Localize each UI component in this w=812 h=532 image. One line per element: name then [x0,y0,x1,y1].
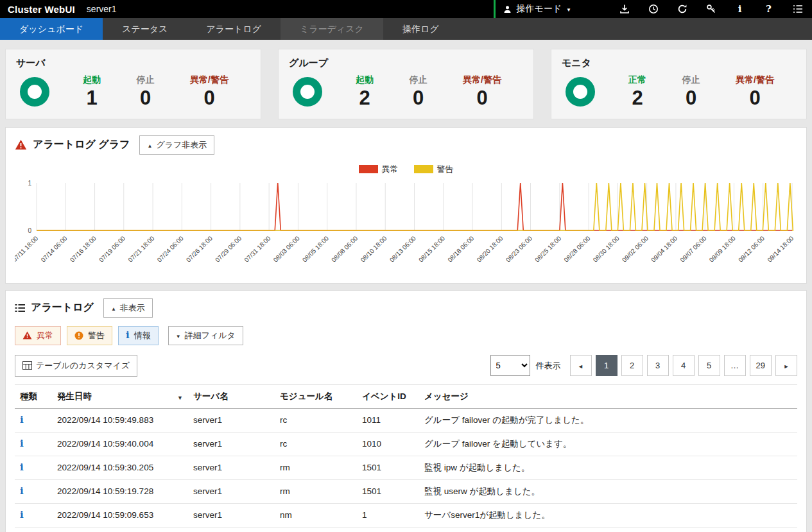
operation-mode-dropdown[interactable]: 操作モード [494,0,580,18]
hide-table-button[interactable]: 非表示 [103,298,153,318]
table-row: i2022/09/14 10:59:30.205server1rm1501監視 … [15,456,797,479]
tab-dashboard[interactable]: ダッシュボード [0,18,103,40]
customize-table-button[interactable]: テーブルのカスタマイズ [15,355,137,377]
row-message[interactable]: 監視 userw が起動しました。 [419,479,797,503]
tab-status[interactable]: ステータス [103,18,187,40]
svg-text:08/20 18:00: 08/20 18:00 [476,234,505,263]
table-toolbar-row: テーブルのカスタマイズ 5 件表示 12345…29 [15,355,797,377]
monitor-summary-card: モニタ 正常 2 停止 0 異常/警告 0 [551,49,807,119]
svg-text:09/09 18:00: 09/09 18:00 [708,234,737,263]
stat-activated: 起動 1 [83,74,101,110]
row-datetime: 2022/09/14 10:59:19.728 [52,479,188,503]
card-title: サーバ [16,57,250,69]
table-row: i2022/09/14 10:59:09.653server1nm1サーバser… [15,503,797,527]
stat-error-warning: 異常/警告 0 [190,74,229,110]
page-button-5[interactable]: 5 [698,355,720,376]
page-size-suffix: 件表示 [536,360,561,372]
card-title: モニタ [562,57,796,69]
pagination-pages: 12345…29 [596,355,772,376]
svg-text:07/19 06:00: 07/19 06:00 [98,234,126,263]
group-status-donut [293,77,322,107]
page-button-3[interactable]: 3 [647,355,669,376]
stat-error-warning: 異常/警告 0 [736,74,774,110]
server-name: server1 [87,4,117,14]
tab-mirror-disk: ミラーディスク [281,18,383,40]
next-page-button[interactable] [775,355,797,376]
svg-text:08/30 18:00: 08/30 18:00 [592,234,621,263]
svg-text:07/26 18:00: 07/26 18:00 [185,234,214,263]
stat-error-warning: 異常/警告 0 [463,74,501,110]
group-summary-card: グループ 起動 2 停止 0 異常/警告 0 [278,49,534,119]
menu-list-icon[interactable] [783,0,812,18]
row-module: rc [275,432,357,456]
svg-text:08/23 06:00: 08/23 06:00 [505,234,533,263]
page-button-4[interactable]: 4 [673,355,695,376]
row-module: rm [275,479,357,503]
svg-text:09/02 06:00: 09/02 06:00 [621,234,650,263]
row-module: rm [275,456,357,479]
page-button-29[interactable]: 29 [750,355,772,376]
chevron-left-icon [578,361,583,370]
hide-graph-button[interactable]: グラフ非表示 [139,135,214,155]
refresh-icon[interactable] [668,0,696,18]
tab-operation-log[interactable]: 操作ログ [383,18,458,40]
svg-text:07/14 06:00: 07/14 06:00 [40,234,69,263]
detail-filter-button[interactable]: 詳細フィルタ [168,326,243,345]
alert-log-title: アラートログ [31,301,94,314]
stat-activated: 起動 2 [356,74,374,110]
previous-page-button[interactable] [570,355,592,376]
page-size-select[interactable]: 5 [490,355,530,376]
row-message[interactable]: グループ failover を起動しています。 [419,432,797,456]
row-module: rc [275,408,357,432]
chevron-right-icon [784,361,790,370]
column-type[interactable]: 種類 [15,384,52,408]
card-title: グループ [289,57,523,69]
svg-text:08/08 06:00: 08/08 06:00 [330,234,359,263]
filter-warning-button[interactable]: 警告 [67,326,112,345]
filter-info-button[interactable]: i 情報 [118,326,159,345]
collapse-icon [111,303,116,313]
column-module[interactable]: モジュール名 [275,384,357,408]
table-row: i2022/09/14 10:59:49.883server1rc1011グルー… [15,408,797,432]
row-message[interactable]: 監視 ipw が起動しました。 [419,456,797,479]
monitor-status-donut [566,77,595,107]
collapse-icon [147,140,152,150]
row-datetime: 2022/09/14 10:59:49.883 [52,408,188,432]
row-type-cell: i [15,456,52,479]
page-button-2[interactable]: 2 [621,355,643,376]
download-icon[interactable] [610,0,639,18]
column-eventid[interactable]: イベントID [357,384,419,408]
alert-log-panel: アラートログ 非表示 異常 警告 i 情報 詳細フィルタ [5,290,807,532]
column-server[interactable]: サーバ名 [188,384,275,408]
error-icon [22,331,32,339]
row-message[interactable]: サーバserver1が起動しました。 [419,503,797,527]
info-icon: i [126,330,130,340]
column-datetime[interactable]: 発生日時 [52,384,188,408]
operation-mode-label: 操作モード [516,3,562,15]
clock-icon[interactable] [639,0,668,18]
row-datetime: 2022/09/14 10:59:30.205 [52,456,188,479]
svg-text:1: 1 [28,180,31,187]
header-icon-bar: i ? [610,0,812,18]
help-icon[interactable]: ? [754,0,783,18]
row-eventid: 1010 [357,432,419,456]
filter-error-button[interactable]: 異常 [15,326,61,345]
svg-text:07/24 06:00: 07/24 06:00 [156,234,185,263]
column-message[interactable]: メッセージ [419,384,797,408]
tab-alert-log[interactable]: アラートログ [187,18,281,40]
table-row: i2022/09/14 10:59:40.004server1rc1010グルー… [15,432,797,456]
row-type-cell: i [15,432,52,456]
info-icon[interactable]: i [725,0,754,18]
row-message[interactable]: グループ failover の起動が完了しました。 [419,408,797,432]
row-eventid: 1501 [357,479,419,503]
stat-stopped: 停止 0 [410,74,428,110]
svg-text:08/05 18:00: 08/05 18:00 [301,234,330,263]
table-icon [22,361,32,370]
key-icon[interactable] [696,0,725,18]
svg-text:08/03 06:00: 08/03 06:00 [272,234,301,263]
page-button-1[interactable]: 1 [596,355,618,376]
warning-triangle-icon [15,139,27,150]
alert-log-chart: 1007/11 18:0007/14 06:0007/16 18:0007/19… [15,176,797,278]
svg-text:08/28 06:00: 08/28 06:00 [562,234,591,263]
row-module: nm [275,503,357,527]
